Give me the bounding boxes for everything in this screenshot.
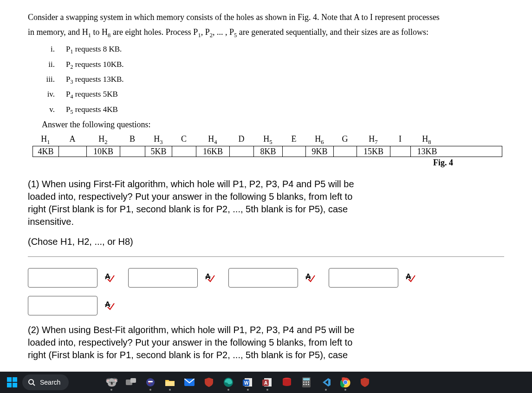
svg-rect-12 [165, 381, 175, 386]
svg-line-6 [33, 384, 35, 386]
svg-rect-25 [305, 381, 307, 383]
spellcheck-icon[interactable]: A [105, 273, 115, 283]
page-content: Consider a swapping system in which memo… [0, 0, 532, 361]
spellcheck-icon[interactable]: A [105, 301, 115, 311]
request-item: i.P1 requests 8 KB. [40, 42, 504, 57]
taskbar-explorer-icon[interactable] [161, 373, 179, 392]
svg-rect-28 [305, 384, 307, 385]
answer-input-2[interactable] [128, 268, 198, 288]
question-2-text: (2) When using Best-Fit algorithm, which… [28, 324, 504, 361]
answer-input-4[interactable] [329, 268, 398, 288]
spellcheck-icon[interactable]: A [305, 273, 316, 283]
start-button[interactable] [3, 373, 21, 392]
request-item: ii.P2 requests 10KB. [40, 57, 504, 72]
hole-label: H6 [305, 134, 333, 146]
answer-input-5[interactable] [28, 296, 97, 315]
process-cell [230, 146, 254, 157]
request-number: v. [40, 102, 55, 117]
hole-size: 15KB [357, 146, 390, 157]
hole-label: H5 [253, 134, 282, 146]
intro-line-1: Consider a swapping system in which memo… [28, 10, 504, 25]
search-icon [28, 379, 35, 386]
process-label: A [58, 134, 86, 146]
hole-size: 9KB [306, 146, 334, 157]
process-cell [334, 146, 357, 157]
answer-prompt: Answer the following questions: [42, 120, 504, 130]
process-label: I [390, 134, 410, 146]
taskbar-shield2-icon[interactable] [356, 373, 374, 392]
process-cell [390, 146, 411, 157]
taskbar-word-icon[interactable]: W [239, 373, 257, 392]
memory-boxes: 4KB10KB5KB16KB8KB9KB15KB13KB [32, 146, 502, 157]
hole-size: 13KB [411, 146, 443, 157]
process-label: B [120, 134, 145, 146]
svg-rect-8 [130, 378, 136, 383]
request-item: iv.P4 requests 5KB [40, 87, 504, 102]
windows-logo-icon [7, 377, 17, 387]
request-text: P2 requests 10KB. [66, 57, 124, 72]
request-item: iii.P3 requests 13KB. [40, 72, 504, 87]
process-label: D [229, 134, 253, 146]
taskbar-calc-icon[interactable] [297, 373, 316, 392]
taskbar-db-icon[interactable] [278, 373, 296, 392]
taskbar-vscode-icon[interactable] [317, 373, 335, 392]
request-number: iv. [40, 87, 55, 102]
svg-rect-26 [308, 381, 309, 383]
hole-label: H4 [196, 134, 229, 146]
spellcheck-icon[interactable]: A [205, 273, 215, 283]
request-text: P1 requests 8 KB. [66, 42, 122, 57]
taskbar-chat-icon[interactable] [141, 373, 160, 392]
svg-point-5 [29, 380, 33, 384]
svg-point-33 [344, 380, 347, 384]
answer-hint: (Chose H1, H2, ..., or H8) [28, 236, 504, 247]
blank-group-3: A [228, 268, 316, 288]
request-text: P3 requests 13KB. [66, 72, 124, 87]
taskbar-chrome-icon[interactable] [336, 373, 355, 392]
answer-blanks-row-1: A A A A [28, 268, 504, 288]
memory-figure: H1AH2BH3CH4DH5EH6GH7IH8 4KB10KB5KB16KB8K… [32, 134, 504, 168]
intro-text: Consider a swapping system in which memo… [28, 10, 504, 40]
taskbar-taskview-icon[interactable] [122, 373, 140, 392]
memory-labels: H1AH2BH3CH4DH5EH6GH7IH8 [32, 134, 502, 146]
blank-group-1: A [28, 268, 115, 288]
hole-label: H2 [86, 134, 120, 146]
request-list: i.P1 requests 8 KB.ii.P2 requests 10KB.i… [40, 42, 504, 117]
process-label: C [172, 134, 196, 146]
svg-text:W: W [244, 380, 249, 386]
taskbar-shield-icon[interactable] [200, 373, 218, 392]
taskbar-access-icon[interactable]: A [258, 373, 277, 392]
blank-group-2: A [128, 268, 215, 288]
svg-rect-24 [303, 381, 305, 383]
hole-label: H3 [145, 134, 172, 146]
answer-input-1[interactable] [28, 268, 97, 288]
hole-size: 8KB [254, 146, 283, 157]
taskbar-mail-icon[interactable] [180, 373, 199, 392]
taskbar-search[interactable]: Search [22, 374, 69, 390]
svg-rect-29 [308, 384, 309, 385]
question-1-text: (1) When using First-Fit algorithm, whic… [28, 178, 504, 228]
blank-group-5: A [28, 296, 115, 315]
taskbar-koala-icon[interactable]: 🐨 [102, 373, 121, 392]
request-number: i. [40, 42, 55, 57]
hole-label: H1 [32, 134, 58, 146]
process-label: E [282, 134, 305, 146]
hole-size: 16KB [196, 146, 230, 157]
separator [28, 256, 504, 257]
answer-input-3[interactable] [228, 268, 298, 288]
request-text: P4 requests 5KB [66, 87, 118, 102]
request-number: iii. [40, 72, 55, 87]
request-text: P5 requests 4KB [66, 102, 118, 117]
request-item: v.P5 requests 4KB [40, 102, 504, 117]
svg-rect-23 [303, 378, 310, 380]
svg-rect-10 [148, 381, 153, 382]
hole-size: 10KB [87, 146, 120, 157]
spellcheck-icon[interactable]: A [406, 273, 416, 283]
svg-rect-27 [303, 384, 305, 385]
intro-line-2: in memory, and H1 to H8 are eight holes.… [28, 25, 504, 40]
hole-label: H7 [357, 134, 390, 146]
taskbar-edge-icon[interactable] [219, 373, 238, 392]
process-cell [283, 146, 306, 157]
answer-blanks-row-2: A [28, 296, 504, 315]
process-cell [172, 146, 196, 157]
svg-rect-11 [149, 383, 150, 384]
